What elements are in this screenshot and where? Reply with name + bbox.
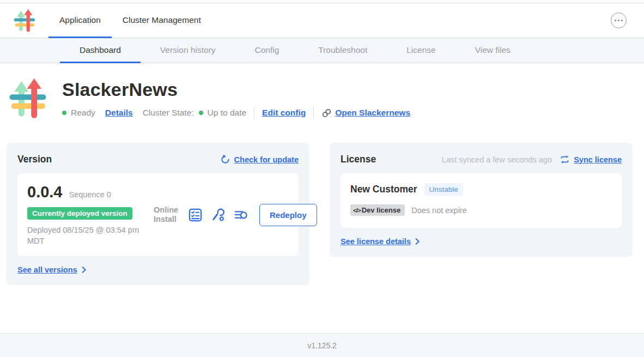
tab-cluster-management[interactable]: Cluster Management <box>112 3 212 38</box>
code-icon: </> <box>353 207 361 214</box>
slackernews-logo-icon <box>14 8 35 33</box>
cluster-state-dot <box>199 111 203 115</box>
license-card-title: License <box>341 154 376 165</box>
open-app-link[interactable]: Open Slackernews <box>335 108 410 118</box>
chain-link-icon <box>321 108 332 118</box>
refresh-icon <box>220 154 230 165</box>
customer-name: New Customer <box>350 184 417 195</box>
divider <box>313 107 314 119</box>
redeploy-button[interactable]: Redeploy <box>259 204 317 226</box>
main-content: SlackerNews Ready Details Cluster State:… <box>0 63 644 333</box>
sequence-label: Sequence 0 <box>69 190 111 199</box>
see-all-versions-link[interactable]: See all versions <box>17 265 299 274</box>
details-link[interactable]: Details <box>105 108 133 118</box>
license-card: License Last synced a few seconds ago Sy… <box>330 143 633 257</box>
tab-application-label: Application <box>59 15 101 25</box>
app-status-row: Ready Details Cluster State: Up to date … <box>62 107 410 119</box>
check-for-update-link[interactable]: Check for update <box>234 155 299 164</box>
see-license-details-link[interactable]: See license details <box>341 237 622 246</box>
deployed-version-badge: Currently deployed version <box>27 207 132 220</box>
version-card-title: Version <box>17 154 52 165</box>
license-type-badge: </> Dev license <box>350 204 405 216</box>
channel-badge: Unstable <box>424 183 463 196</box>
app-header: SlackerNews Ready Details Cluster State:… <box>0 63 644 125</box>
console-version: v1.125.2 <box>307 341 337 350</box>
deploy-logs-icon[interactable] <box>234 208 248 222</box>
page: Application Cluster Management Dashboard… <box>0 0 644 357</box>
slackernews-logo-icon <box>9 75 47 123</box>
footer: v1.125.2 <box>0 333 644 357</box>
chevron-right-icon <box>414 238 421 245</box>
subtab-troubleshoot[interactable]: Troubleshoot <box>299 38 387 63</box>
app-status-text: Ready <box>71 108 95 118</box>
sync-arrows-icon <box>560 154 570 165</box>
install-type-label: Online Install <box>154 205 180 223</box>
subtab-dashboard[interactable]: Dashboard <box>60 38 141 63</box>
divider <box>254 107 254 119</box>
top-nav-right <box>611 3 644 38</box>
deployed-timestamp: Deployed 08/15/25 @ 03:54 pm MDT <box>27 225 144 246</box>
dashboard-cards: Version Check for update <box>7 143 637 285</box>
sub-nav: Dashboard Version history Config Trouble… <box>0 38 644 63</box>
version-card: Version Check for update <box>7 143 309 285</box>
cluster-state-value: Up to date <box>208 108 247 118</box>
license-expiry: Does not expire <box>411 206 467 215</box>
ellipsis-icon <box>615 20 617 22</box>
page-title: SlackerNews <box>62 79 410 100</box>
version-number: 0.0.4 <box>27 183 63 201</box>
cluster-state-label: Cluster State: <box>143 108 194 118</box>
preflight-checks-icon[interactable] <box>188 208 203 222</box>
subtab-view-files[interactable]: View files <box>455 38 530 63</box>
last-synced-text: Last synced a few seconds ago <box>442 155 552 164</box>
license-details-panel: New Customer Unstable </> Dev license Do… <box>341 173 622 228</box>
more-menu-button[interactable] <box>611 13 627 28</box>
subtab-license[interactable]: License <box>387 38 455 63</box>
app-logo-large <box>9 75 47 125</box>
tab-application[interactable]: Application <box>48 3 112 38</box>
edit-config-link[interactable]: Edit config <box>262 108 306 118</box>
config-wrench-icon[interactable] <box>211 208 226 222</box>
app-status-dot <box>62 111 66 115</box>
subtab-config[interactable]: Config <box>235 38 299 63</box>
sync-license-link[interactable]: Sync license <box>574 155 622 164</box>
current-version-panel: 0.0.4 Sequence 0 Currently deployed vers… <box>17 173 299 256</box>
top-nav: Application Cluster Management <box>0 3 644 38</box>
tab-cluster-management-label: Cluster Management <box>123 15 201 25</box>
app-logo-small <box>14 3 35 38</box>
chevron-right-icon <box>81 267 87 273</box>
subtab-version-history[interactable]: Version history <box>141 38 235 63</box>
